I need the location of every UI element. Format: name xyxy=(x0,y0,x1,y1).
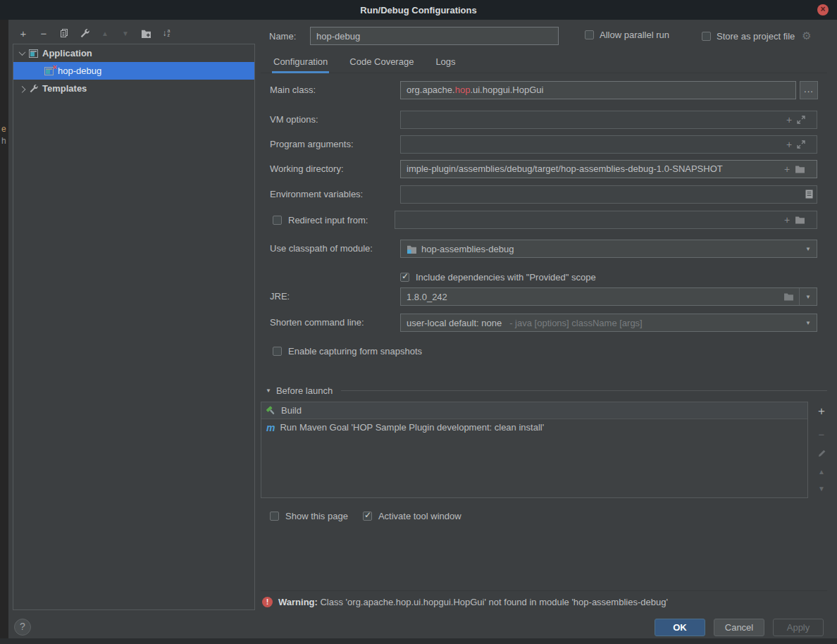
main-class-field[interactable]: org.apache.hop.ui.hopgui.HopGui xyxy=(400,81,796,99)
before-launch-header: ▼ Before launch xyxy=(266,385,827,396)
footer-options: ✓ Show this page ✓ Activate tool window xyxy=(270,511,461,521)
program-arguments-input[interactable] xyxy=(400,135,817,154)
dialog-titlebar: Run/Debug Configurations × xyxy=(0,0,837,20)
cancel-button[interactable]: Cancel xyxy=(714,619,764,636)
store-as-project-file-checkbox[interactable]: ✓ Store as project file ⚙ xyxy=(702,30,812,42)
env-variables-list-icon[interactable] xyxy=(805,190,813,199)
collapse-triangle-icon[interactable]: ▼ xyxy=(266,388,271,394)
main-class-label: Main class: xyxy=(270,85,316,95)
name-input[interactable] xyxy=(310,27,559,45)
show-this-page-checkbox[interactable]: ✓ xyxy=(270,512,279,521)
add-icon[interactable]: + xyxy=(786,115,792,125)
jre-combo[interactable]: 1.8.0_242 ▼ xyxy=(400,287,817,306)
dialog-title: Run/Debug Configurations xyxy=(360,5,476,16)
sort-configurations-icon[interactable]: ↓ az xyxy=(161,27,172,39)
form-snapshots-checkbox[interactable]: ✓ Enable capturing form snapshots xyxy=(273,346,422,357)
background-text-fragment: e xyxy=(1,124,6,134)
move-task-up-icon: ▲ xyxy=(816,468,827,476)
checkbox-checked-icon[interactable]: ✓ xyxy=(400,273,409,282)
working-directory-icons: + xyxy=(784,164,805,174)
new-folder-icon[interactable] xyxy=(140,27,151,39)
move-task-down-icon: ▼ xyxy=(816,485,827,493)
configurations-toolbar: + − ▲ ▼ ↓ az xyxy=(18,25,172,41)
allow-parallel-run-checkbox[interactable]: ✓ Allow parallel run xyxy=(585,30,669,40)
folder-icon[interactable] xyxy=(783,292,794,301)
add-icon[interactable]: + xyxy=(784,164,790,174)
before-launch-item-build[interactable]: Build xyxy=(261,402,807,419)
move-down-icon: ▼ xyxy=(120,27,131,39)
remove-configuration-icon[interactable]: − xyxy=(38,27,49,39)
environment-variables-label: Environment variables: xyxy=(270,189,363,199)
working-directory-label: Working directory: xyxy=(270,163,344,174)
build-hammer-icon xyxy=(266,405,276,416)
folder-icon[interactable] xyxy=(795,165,805,173)
combo-divider xyxy=(799,288,800,305)
chevron-down-icon[interactable]: ▼ xyxy=(805,320,811,326)
move-up-icon: ▲ xyxy=(99,27,111,39)
add-configuration-icon[interactable]: + xyxy=(18,27,29,39)
warning-text: Class 'org.apache.hop.ui.hopgui.HopGui' … xyxy=(320,597,667,607)
tab-configuration[interactable]: Configuration xyxy=(272,53,329,73)
redirect-input-checkbox[interactable]: ✓ Redirect input from: xyxy=(273,215,368,225)
edit-templates-icon[interactable] xyxy=(79,27,90,39)
ok-button[interactable]: OK xyxy=(655,619,705,636)
shorten-command-line-label: Shorten command line: xyxy=(270,317,364,328)
tab-logs[interactable]: Logs xyxy=(434,53,457,73)
checkbox-icon[interactable]: ✓ xyxy=(585,30,594,39)
chevron-right-icon[interactable] xyxy=(19,86,26,93)
before-launch-toolbar: + − ▲ ▼ xyxy=(813,402,830,493)
classpath-module-combo[interactable]: hop-assemblies-debug ▼ xyxy=(400,240,817,258)
maven-icon: m xyxy=(266,423,275,432)
redirect-input-field[interactable] xyxy=(395,211,817,229)
classpath-module-label: Use classpath of module: xyxy=(270,243,373,254)
checkbox-icon[interactable]: ✓ xyxy=(702,32,711,41)
environment-variables-input[interactable] xyxy=(400,185,817,204)
before-launch-title: Before launch xyxy=(276,385,333,396)
invalid-configuration-badge: × xyxy=(53,63,57,71)
templates-wrench-icon xyxy=(29,84,38,93)
combo-hint-text: - java [options] className [args] xyxy=(509,318,643,328)
add-icon[interactable]: + xyxy=(786,140,792,149)
help-button[interactable]: ? xyxy=(14,619,31,636)
edit-task-icon xyxy=(816,449,827,458)
tab-code-coverage[interactable]: Code Coverage xyxy=(348,53,415,73)
browse-main-class-button[interactable]: ... xyxy=(800,81,818,99)
warning-row: ! Warning: Class 'org.apache.hop.ui.hopg… xyxy=(262,597,668,607)
working-directory-field[interactable]: imple-plugin/assemblies/debug/target/hop… xyxy=(400,160,817,178)
tree-item-templates[interactable]: Templates xyxy=(13,80,254,97)
warning-prefix: Warning: xyxy=(278,597,318,607)
expand-field-icon[interactable] xyxy=(797,116,805,124)
program-arguments-icons: + xyxy=(786,140,805,149)
tree-item-hop-debug[interactable]: × hop-debug xyxy=(13,62,254,80)
folder-icon[interactable] xyxy=(795,216,805,224)
editor-tabs: Configuration Code Coverage Logs xyxy=(261,53,827,73)
background-ide-strip: e h xyxy=(0,20,8,638)
vm-options-label: VM options: xyxy=(270,114,318,125)
vm-options-input[interactable] xyxy=(400,111,817,129)
checkbox-icon[interactable]: ✓ xyxy=(273,216,282,225)
module-icon xyxy=(407,244,417,254)
before-launch-item-maven[interactable]: m Run Maven Goal 'HOP Sample Plugin deve… xyxy=(261,419,807,435)
expand-field-icon[interactable] xyxy=(797,140,805,149)
redirect-input-icons: + xyxy=(784,215,805,225)
close-icon[interactable]: × xyxy=(817,4,829,16)
provided-scope-checkbox[interactable]: ✓ Include dependencies with "Provided" s… xyxy=(400,272,596,283)
chevron-down-icon[interactable]: ▼ xyxy=(805,246,811,252)
checkbox-icon[interactable]: ✓ xyxy=(273,347,282,356)
run-configuration-icon: × xyxy=(44,67,54,75)
warning-icon: ! xyxy=(262,597,273,607)
background-text-fragment: h xyxy=(1,136,6,146)
remove-task-icon: − xyxy=(816,428,827,440)
warning-divider xyxy=(261,590,827,591)
window-bottom-edge xyxy=(0,638,837,644)
copy-configuration-icon[interactable] xyxy=(58,27,70,39)
configurations-sidebar: + − ▲ ▼ ↓ az Application × hop-debug xyxy=(8,20,261,638)
tree-item-application[interactable]: Application xyxy=(13,44,254,62)
activate-tool-window-checkbox[interactable]: ✓ xyxy=(363,512,372,521)
chevron-down-icon[interactable] xyxy=(19,49,26,56)
chevron-down-icon[interactable]: ▼ xyxy=(805,294,811,300)
shorten-command-line-combo[interactable]: user-local default: none - java [options… xyxy=(400,314,817,332)
gear-icon[interactable]: ⚙ xyxy=(802,30,811,42)
add-icon[interactable]: + xyxy=(784,215,790,225)
add-task-icon[interactable]: + xyxy=(816,404,827,419)
